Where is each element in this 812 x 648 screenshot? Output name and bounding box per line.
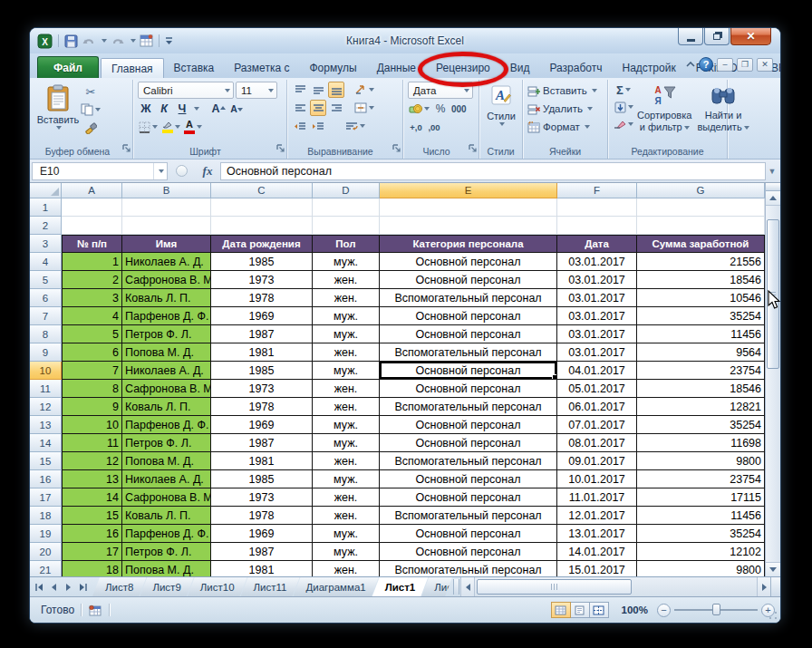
scrollbar-split-box[interactable]	[766, 183, 780, 191]
cell-C4[interactable]: 1985	[211, 253, 313, 271]
cell-C17[interactable]: 1973	[211, 488, 313, 507]
cell-G21[interactable]: 9800	[637, 561, 765, 576]
cell-C2[interactable]	[211, 217, 313, 235]
grow-font-button[interactable]: A	[210, 101, 227, 117]
cell-G2[interactable]	[637, 217, 765, 235]
cell-E21[interactable]: Вспомогательный персонал	[380, 561, 557, 576]
align-left-button[interactable]	[292, 100, 308, 116]
cell-E10[interactable]: Основной персонал	[380, 362, 557, 380]
cell-A8[interactable]: 5	[62, 325, 122, 343]
cell-B19[interactable]: Парфенов Д. Ф.	[122, 525, 211, 543]
row-header-16[interactable]: 16	[30, 470, 62, 488]
cell-C19[interactable]: 1969	[211, 525, 313, 543]
ribbon-tab-page-layout[interactable]: Разметка с	[224, 58, 299, 78]
increase-indent-button[interactable]	[310, 118, 326, 134]
cell-A18[interactable]: 15	[62, 507, 122, 525]
cell-A19[interactable]: 16	[62, 525, 122, 543]
cell-C20[interactable]: 1987	[211, 543, 313, 561]
cell-B16[interactable]: Николаев А. Д.	[122, 470, 211, 488]
sheet-tab-sheet9[interactable]: Лист9	[140, 577, 193, 596]
cell-F19[interactable]: 13.01.2017	[557, 525, 637, 543]
cell-A12[interactable]: 9	[62, 398, 122, 416]
column-header-G[interactable]: G	[637, 183, 765, 198]
row-header-19[interactable]: 19	[30, 525, 62, 543]
zoom-out-button[interactable]: −	[657, 604, 671, 617]
cell-B9[interactable]: Попова М. Д.	[122, 343, 211, 362]
ribbon-tab-data[interactable]: Данные	[367, 58, 426, 78]
sheet-tab-sheet10[interactable]: Лист10	[188, 577, 247, 596]
hscroll-right-button[interactable]	[757, 577, 770, 596]
cell-E4[interactable]: Основной персонал	[380, 253, 557, 271]
cell-D11[interactable]: жен.	[313, 380, 380, 398]
row-header-20[interactable]: 20	[30, 543, 62, 561]
cell-D15[interactable]: жен.	[313, 452, 380, 470]
cell-D17[interactable]: жен.	[313, 488, 380, 507]
workbook-minimize-button[interactable]: –	[717, 58, 733, 72]
font-name-combo[interactable]: Calibri	[138, 82, 234, 99]
percent-style-button[interactable]: %	[432, 101, 449, 117]
comma-style-button[interactable]: 000	[450, 101, 468, 117]
cell-B7[interactable]: Парфенов Д. Ф.	[122, 307, 211, 325]
save-button[interactable]	[64, 34, 78, 48]
cell-C14[interactable]: 1987	[211, 434, 313, 452]
cell-F8[interactable]: 03.01.2017	[557, 325, 637, 343]
prev-sheet-button[interactable]	[47, 580, 61, 595]
cell-C13[interactable]: 1969	[211, 416, 313, 434]
minimize-button[interactable]	[678, 28, 703, 45]
cell-F20[interactable]: 14.01.2017	[557, 543, 637, 561]
align-bottom-button[interactable]	[328, 82, 344, 98]
cell-D19[interactable]: муж.	[313, 525, 380, 543]
cell-D10[interactable]: муж.	[313, 362, 380, 380]
cell-C15[interactable]: 1981	[211, 452, 313, 470]
page-layout-view-button[interactable]	[570, 602, 590, 618]
row-header-18[interactable]: 18	[30, 507, 62, 525]
collapse-ribbon-icon[interactable]	[686, 62, 695, 67]
row-header-1[interactable]: 1	[30, 198, 62, 217]
first-sheet-button[interactable]	[33, 580, 46, 595]
cell-F12[interactable]: 06.01.2017	[557, 398, 637, 416]
cell-B5[interactable]: Сафронова В. М.	[122, 271, 211, 289]
orientation-button[interactable]	[353, 82, 375, 98]
cell-C21[interactable]: 1981	[211, 561, 313, 576]
cell-E16[interactable]: Основной персонал	[380, 470, 557, 488]
cell-G16[interactable]: 23754	[637, 470, 765, 488]
row-header-21[interactable]: 21	[30, 561, 62, 576]
cell-C11[interactable]: 1973	[211, 380, 313, 398]
cell-E7[interactable]: Основной персонал	[380, 307, 557, 325]
cell-B8[interactable]: Петров Ф. Л.	[122, 325, 211, 343]
table-header-cell[interactable]: Дата	[557, 235, 637, 253]
undo-dropdown-arrow[interactable]	[102, 39, 107, 43]
cell-E2[interactable]	[380, 217, 557, 235]
scroll-up-button[interactable]	[766, 191, 780, 206]
page-break-view-button[interactable]	[589, 602, 609, 618]
align-center-button[interactable]	[310, 100, 326, 116]
borders-button[interactable]	[138, 119, 159, 135]
cell-C5[interactable]: 1973	[211, 271, 313, 289]
cell-B12[interactable]: Коваль Л. П.	[122, 398, 211, 416]
restore-button[interactable]	[704, 28, 730, 45]
cell-D13[interactable]: муж.	[313, 416, 380, 434]
cell-E18[interactable]: Вспомогательный персонал	[380, 507, 557, 525]
cell-G12[interactable]: 12821	[637, 398, 765, 416]
column-header-F[interactable]: F	[557, 183, 637, 198]
cell-E17[interactable]: Основной персонал	[380, 488, 557, 507]
align-top-button[interactable]	[292, 82, 308, 98]
cell-D1[interactable]	[313, 198, 380, 217]
italic-button[interactable]: К	[156, 101, 172, 117]
vertical-scroll-thumb[interactable]	[767, 219, 779, 369]
align-right-button[interactable]	[328, 100, 344, 116]
cell-E5[interactable]: Основной персонал	[380, 271, 557, 289]
underline-button[interactable]: Ч	[174, 101, 190, 117]
cell-C7[interactable]: 1969	[211, 307, 313, 325]
cell-E8[interactable]: Основной персонал	[380, 325, 557, 343]
cell-D4[interactable]: муж.	[313, 253, 380, 271]
row-header-15[interactable]: 15	[30, 452, 62, 470]
cell-F13[interactable]: 07.01.2017	[557, 416, 637, 434]
table-tool-button[interactable]	[140, 34, 153, 47]
cell-C18[interactable]: 1978	[211, 507, 313, 525]
cell-D2[interactable]	[313, 217, 380, 235]
cell-B14[interactable]: Петров Ф. Л.	[122, 434, 211, 452]
cell-E12[interactable]: Вспомогательный персонал	[380, 398, 557, 416]
tab-area-splitter[interactable]	[453, 579, 459, 595]
cell-E9[interactable]: Вспомогательный персонал	[380, 343, 557, 362]
